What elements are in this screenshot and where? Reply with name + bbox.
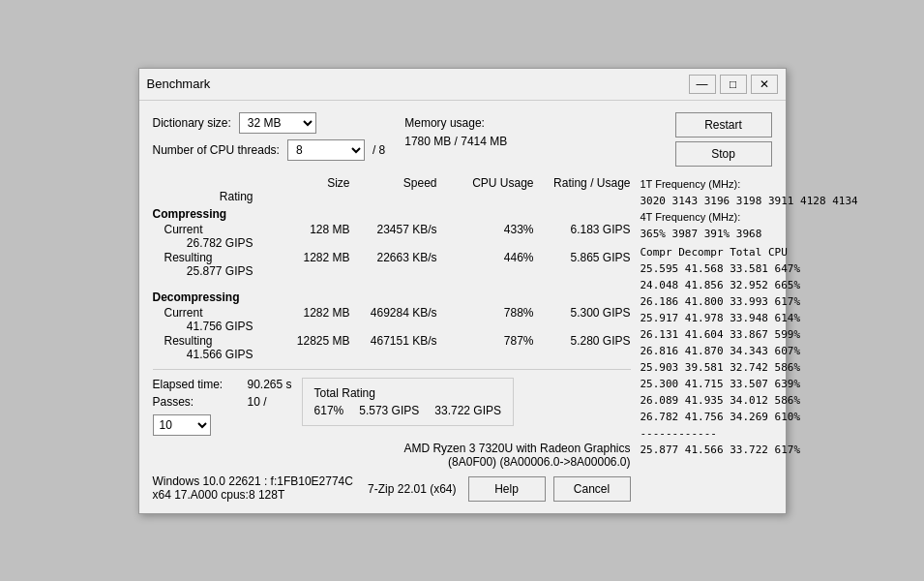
total-gips2: 33.722 GIPS bbox=[434, 404, 501, 417]
passes-label: Passes: bbox=[153, 395, 240, 409]
dc-rating-usage: 5.300 GIPS bbox=[534, 306, 631, 320]
dc-name: Current bbox=[157, 306, 253, 320]
dc-rating: 41.756 GIPS bbox=[157, 320, 253, 333]
memory-value: 1780 MB / 7414 MB bbox=[404, 133, 507, 151]
total-rating-label: Total Rating bbox=[314, 386, 501, 400]
dr-speed: 467151 KB/s bbox=[350, 334, 437, 348]
cc-name: Current bbox=[157, 223, 253, 236]
window-title: Benchmark bbox=[147, 76, 211, 91]
cc-speed: 23457 KB/s bbox=[350, 223, 437, 236]
benchmark-table: Size Speed CPU Usage Rating / Usage Rati… bbox=[153, 176, 631, 502]
right-stat-row: 24.048 41.856 32.952 665% bbox=[641, 277, 892, 293]
right-stat-row: ------------ bbox=[641, 425, 892, 442]
comp-resulting-row: Resulting 1282 MB 22663 KB/s 446% 5.865 … bbox=[153, 251, 631, 278]
elapsed-section: Elapsed time: 90.265 s Passes: 10 / 10 bbox=[153, 378, 292, 436]
cr-cpu: 446% bbox=[437, 251, 534, 264]
stop-button[interactable]: Stop bbox=[675, 141, 772, 167]
settings-section: Dictionary size: 32 MB Number of CPU thr… bbox=[153, 112, 386, 161]
right-stat-row: 26.186 41.800 33.993 617% bbox=[641, 293, 892, 310]
zip-version: 7-Zip 22.01 (x64) bbox=[368, 482, 456, 496]
dr-cpu: 787% bbox=[437, 334, 534, 348]
window-controls: — □ ✕ bbox=[689, 75, 778, 94]
cr-rating-usage: 5.865 GIPS bbox=[534, 251, 631, 264]
col-rating: Rating bbox=[157, 190, 253, 203]
freq-1t-header: 1T Frequency (MHz): bbox=[641, 176, 892, 193]
title-bar: Benchmark — □ ✕ bbox=[139, 69, 786, 101]
col-cpu: CPU Usage bbox=[437, 176, 534, 190]
dr-size: 12825 MB bbox=[253, 334, 350, 348]
right-stat-row: 26.089 41.935 34.012 586% bbox=[641, 392, 892, 409]
benchmark-window: Benchmark — □ ✕ Dictionary size: 32 MB N… bbox=[138, 68, 787, 514]
cc-rating: 26.782 GIPS bbox=[157, 236, 253, 250]
cpu-line1: AMD Ryzen 3 7320U with Radeon Graphics bbox=[153, 442, 631, 455]
cr-name: Resulting bbox=[157, 251, 253, 264]
help-button[interactable]: Help bbox=[468, 476, 546, 502]
footer-right: 7-Zip 22.01 (x64) Help Cancel bbox=[368, 476, 630, 502]
passes-dropdown[interactable]: 10 bbox=[153, 414, 211, 436]
restart-button[interactable]: Restart bbox=[675, 112, 772, 138]
dr-rating-usage: 5.280 GIPS bbox=[534, 334, 631, 348]
cr-size: 1282 MB bbox=[253, 251, 350, 264]
memory-label: Memory usage: bbox=[404, 114, 507, 133]
dc-size: 1282 MB bbox=[253, 306, 350, 320]
dict-row: Dictionary size: 32 MB bbox=[153, 112, 386, 134]
col-name bbox=[157, 176, 253, 190]
freq-1t-values: 3020 3143 3196 3198 3911 4128 4134 bbox=[641, 193, 892, 209]
right-panel: 1T Frequency (MHz): 3020 3143 3196 3198 … bbox=[641, 176, 892, 502]
action-buttons: Restart Stop bbox=[675, 112, 772, 167]
elapsed-label: Elapsed time: bbox=[153, 378, 240, 391]
right-stat-row: 26.131 41.604 33.867 599% bbox=[641, 326, 892, 343]
close-button[interactable]: ✕ bbox=[751, 75, 778, 94]
cr-speed: 22663 KB/s bbox=[350, 251, 437, 264]
right-stat-row: 26.782 41.756 34.269 610% bbox=[641, 409, 892, 425]
cc-size: 128 MB bbox=[253, 223, 350, 236]
total-pct: 617% bbox=[314, 404, 344, 417]
elapsed-value: 90.265 s bbox=[248, 378, 292, 391]
total-rating-box: Total Rating 617% 5.573 GIPS 33.722 GIPS bbox=[302, 378, 514, 426]
right-stat-row: 25.903 39.581 32.742 586% bbox=[641, 359, 892, 376]
cpu-info: AMD Ryzen 3 7320U with Radeon Graphics (… bbox=[153, 442, 631, 469]
threads-max: / 8 bbox=[373, 143, 385, 157]
dict-label: Dictionary size: bbox=[153, 116, 231, 130]
passes-value: 10 / bbox=[248, 395, 267, 409]
table-header: Size Speed CPU Usage Rating / Usage Rati… bbox=[153, 176, 631, 203]
arch-info: x64 17.A000 cpus:8 128T bbox=[153, 488, 353, 502]
col-speed: Speed bbox=[350, 176, 437, 190]
freq-4t-values: 365% 3987 391% 3968 bbox=[641, 226, 892, 242]
footer: Windows 10.0 22621 : f:1FB10E2774C x64 1… bbox=[153, 474, 631, 502]
bottom-stats: Elapsed time: 90.265 s Passes: 10 / 10 T… bbox=[153, 378, 631, 436]
right-stats-rows: 25.595 41.568 33.581 647%24.048 41.856 3… bbox=[641, 260, 892, 459]
dr-name: Resulting bbox=[157, 334, 253, 348]
system-info: Windows 10.0 22621 : f:1FB10E2774C x64 1… bbox=[153, 474, 353, 502]
threads-row: Number of CPU threads: 8 / 8 bbox=[153, 139, 386, 161]
content-area: Dictionary size: 32 MB Number of CPU thr… bbox=[139, 101, 786, 513]
cc-cpu: 433% bbox=[437, 223, 534, 236]
minimize-button[interactable]: — bbox=[689, 75, 716, 94]
maximize-button[interactable]: □ bbox=[720, 75, 747, 94]
right-stat-row: 26.816 41.870 34.343 607% bbox=[641, 343, 892, 359]
dc-speed: 469284 KB/s bbox=[350, 306, 437, 320]
cpu-line2: (8A0F00) (8A00006.0->8A00006.0) bbox=[153, 455, 631, 469]
compressing-label: Compressing bbox=[153, 207, 631, 221]
comp-current-row: Current 128 MB 23457 KB/s 433% 6.183 GIP… bbox=[153, 223, 631, 250]
threads-dropdown[interactable]: 8 bbox=[287, 139, 365, 161]
right-stat-row: 25.595 41.568 33.581 647% bbox=[641, 260, 892, 277]
threads-label: Number of CPU threads: bbox=[153, 143, 280, 157]
decomp-resulting-row: Resulting 12825 MB 467151 KB/s 787% 5.28… bbox=[153, 334, 631, 361]
col-size: Size bbox=[253, 176, 350, 190]
os-info: Windows 10.0 22621 : f:1FB10E2774C bbox=[153, 474, 353, 488]
freq-4t-header: 4T Frequency (MHz): bbox=[641, 209, 892, 226]
dict-dropdown[interactable]: 32 MB bbox=[239, 112, 316, 134]
main-area: Size Speed CPU Usage Rating / Usage Rati… bbox=[153, 176, 772, 502]
cancel-button[interactable]: Cancel bbox=[553, 476, 631, 502]
right-stat-row: 25.917 41.978 33.948 614% bbox=[641, 310, 892, 326]
dc-cpu: 788% bbox=[437, 306, 534, 320]
col-headers: Compr Decompr Total CPU bbox=[641, 244, 892, 260]
cr-rating: 25.877 GIPS bbox=[157, 264, 253, 278]
memory-section: Memory usage: 1780 MB / 7414 MB bbox=[404, 114, 507, 151]
total-gips1: 5.573 GIPS bbox=[359, 404, 419, 417]
right-stat-row: 25.300 41.715 33.507 639% bbox=[641, 376, 892, 392]
cc-rating-usage: 6.183 GIPS bbox=[534, 223, 631, 236]
footer-buttons: Help Cancel bbox=[468, 476, 631, 502]
dr-rating: 41.566 GIPS bbox=[157, 348, 253, 361]
